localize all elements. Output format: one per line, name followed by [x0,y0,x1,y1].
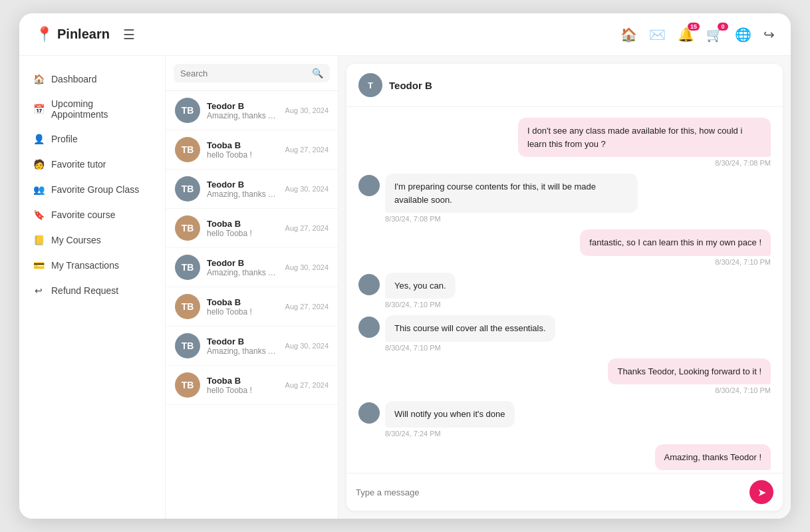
conv-info: Tooba B hello Tooba ! [207,219,279,238]
conversation-item[interactable]: TB Teodor B Amazing, thanks Teodor ! Aug… [166,248,338,287]
conv-preview: Amazing, thanks Teodor ! [207,111,279,120]
conv-preview: Amazing, thanks Teodor ! [207,190,279,199]
msg-time: 8/30/24, 7:08 PM [715,159,771,167]
chat-messages: I don't see any class made available for… [346,107,783,473]
conv-date: Aug 27, 2024 [285,224,329,232]
conversation-item[interactable]: TB Teodor B Amazing, thanks Teodor ! Aug… [166,91,338,130]
conv-date: Aug 27, 2024 [285,303,329,311]
chat-header-name: Teodor B [389,80,432,91]
msg-row-received: This course will cover all the essential… [358,315,771,352]
conv-avatar: TB [175,372,200,398]
heart-user-sidebar-icon: 🧑 [33,158,45,170]
sidebar-item-favorite-group-class[interactable]: 👥 Favorite Group Class [19,177,165,202]
sidebar-item-dashboard[interactable]: 🏠 Dashboard [19,66,165,92]
msg-time: 8/30/24, 7:10 PM [385,301,441,309]
top-bar-left: 📍 Pinlearn ☰ [35,26,135,43]
cart-icon[interactable]: 🛒 0 [706,27,723,43]
language-icon[interactable]: 🌐 [735,27,751,43]
sidebar-label-upcoming-appointments: Upcoming Appointments [51,98,152,120]
message-input[interactable] [356,487,743,497]
msg-row-sent: Thanks Teodor, Looking forward to it ! 8… [358,358,771,395]
conv-name: Tooba B [207,219,279,229]
book-sidebar-icon: 📒 [33,234,45,246]
msg-bubble-sent: fantastic, so I can learn this in my own… [580,229,771,256]
conv-date: Aug 30, 2024 [285,263,329,271]
conv-info: Tooba B hello Tooba ! [207,297,279,317]
msg-row-sent: I don't see any class made available for… [358,118,771,167]
hamburger-button[interactable]: ☰ [123,27,135,43]
sidebar: 🏠 Dashboard 📅 Upcoming Appointments 👤 Pr… [19,56,166,519]
search-icon: 🔍 [312,68,323,78]
msg-bubble-received: Will notify you when it's done [385,401,515,428]
conv-preview: hello Tooba ! [207,229,279,238]
conv-avatar: TB [175,255,200,280]
conv-date: Aug 30, 2024 [285,342,329,350]
msg-bubble-received: This course will cover all the essential… [385,315,555,342]
conversation-item[interactable]: TB Tooba B hello Tooba ! Aug 27, 2024 [166,130,338,170]
sidebar-item-my-courses[interactable]: 📒 My Courses [19,227,165,253]
home-sidebar-icon: 🏠 [33,73,45,85]
cart-badge: 0 [718,23,728,31]
notification-icon[interactable]: 🔔 15 [678,27,694,43]
conv-date: Aug 30, 2024 [285,185,329,193]
logo: 📍 Pinlearn [35,26,110,43]
conversation-item[interactable]: TB Teodor B Amazing, thanks Teodor ! Aug… [166,170,338,209]
conv-date: Aug 30, 2024 [285,106,329,114]
msg-avatar [358,317,380,338]
main-layout: 🏠 Dashboard 📅 Upcoming Appointments 👤 Pr… [19,56,791,519]
msg-content-wrap: Will notify you when it's done 8/30/24, … [385,401,515,438]
msg-row-sent: Amazing, thanks Teodor ! 8/30/24, 7:28 P… [358,444,771,473]
notification-badge: 15 [688,23,700,31]
conv-avatar: TB [175,176,200,201]
msg-avatar [358,175,380,196]
msg-time: 8/30/24, 7:08 PM [385,215,441,223]
conversation-item[interactable]: TB Tooba B hello Tooba ! Aug 27, 2024 [166,209,338,248]
sidebar-label-refund-request: Refund Request [51,285,118,296]
sidebar-item-favorite-tutor[interactable]: 🧑 Favorite tutor [19,152,165,177]
top-bar-right: 🏠 ✉️ 🔔 15 🛒 0 🌐 ↪ [620,27,775,43]
search-input[interactable] [180,68,308,78]
conversation-item[interactable]: TB Tooba B hello Tooba ! Aug 27, 2024 [166,287,338,327]
msg-bubble-sent: I don't see any class made available for… [518,118,771,157]
msg-bubble-received: I'm preparing course contents for this, … [385,174,638,213]
users-sidebar-icon: 👥 [33,184,45,196]
conv-avatar: TB [175,215,200,241]
user-sidebar-icon: 👤 [33,133,45,145]
logout-icon[interactable]: ↪ [763,27,775,43]
sidebar-item-refund-request[interactable]: ↩ Refund Request [19,278,165,303]
msg-avatar [358,274,380,295]
chat-header: T Teodor B [346,64,783,107]
sidebar-item-favorite-course[interactable]: 🔖 Favorite course [19,202,165,227]
conversation-item[interactable]: TB Tooba B hello Tooba ! Aug 27, 2024 [166,366,338,405]
conv-name: Tooba B [207,297,279,307]
search-bar: 🔍 [166,56,338,91]
conv-avatar: TB [175,98,200,123]
conv-date: Aug 27, 2024 [285,146,329,154]
sidebar-item-my-transactions[interactable]: 💳 My Transactions [19,253,165,278]
sidebar-label-profile: Profile [51,134,78,144]
sidebar-label-favorite-course: Favorite course [51,209,115,220]
msg-content-wrap: I'm preparing course contents for this, … [385,174,638,223]
conv-info: Teodor B Amazing, thanks Teodor ! [207,258,279,277]
chat-panel: T Teodor B I don't see any class made av… [346,64,783,511]
msg-row-sent: fantastic, so I can learn this in my own… [358,229,771,266]
msg-avatar [358,402,380,424]
msg-row-received: I'm preparing course contents for this, … [358,174,771,223]
sidebar-item-upcoming-appointments[interactable]: 📅 Upcoming Appointments [19,92,165,126]
msg-bubble-sent: Thanks Teodor, Looking forward to it ! [608,358,771,385]
msg-time: 8/30/24, 7:10 PM [715,386,771,394]
send-button[interactable]: ➤ [749,480,773,504]
msg-bubble-received: Yes, you can. [385,273,456,299]
logo-text: Pinlearn [57,27,110,42]
mail-icon[interactable]: ✉️ [649,27,666,43]
conversation-item[interactable]: TB Teodor B Amazing, thanks Teodor ! Aug… [166,327,338,366]
message-list-panel: 🔍 TB Teodor B Amazing, thanks Teodor ! A… [166,56,338,519]
conv-info: Tooba B hello Tooba ! [207,376,279,395]
sidebar-item-profile[interactable]: 👤 Profile [19,126,165,152]
conv-name: Teodor B [207,336,279,346]
home-icon[interactable]: 🏠 [620,27,637,43]
conv-name: Tooba B [207,140,279,150]
top-bar: 📍 Pinlearn ☰ 🏠 ✉️ 🔔 15 🛒 0 🌐 ↪ [19,13,791,56]
chat-input-area: ➤ [346,473,783,511]
msg-time: 8/30/24, 7:24 PM [385,430,441,438]
